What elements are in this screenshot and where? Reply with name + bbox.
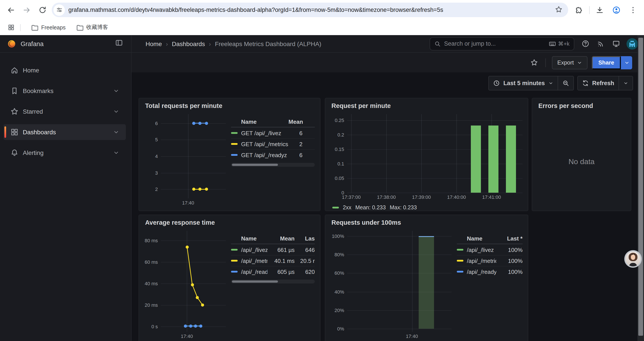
column-header[interactable]: Name (241, 119, 288, 125)
y-tick-label: 60% (334, 270, 344, 276)
monitor-icon[interactable] (611, 39, 621, 49)
column-header[interactable]: Mean (288, 119, 315, 125)
panel-title[interactable]: Average response time (139, 215, 320, 230)
series-color-pill (457, 271, 464, 272)
panel-title[interactable]: Requests under 100ms (325, 215, 528, 230)
sidebar-item-dashboards[interactable]: Dashboards (4, 124, 126, 140)
downloads-icon[interactable] (593, 3, 606, 17)
chart-plot (347, 114, 522, 193)
url-text[interactable]: grafana.mathmast.com/d/deytv4rwavabkb/fr… (68, 7, 552, 13)
table-row[interactable]: /api/_/livez100% (457, 244, 522, 255)
floating-assistant-avatar[interactable] (624, 250, 642, 268)
breadcrumb-item[interactable]: Home (146, 40, 162, 47)
data-point (200, 324, 202, 327)
table-row[interactable]: /api/_/metrics40.1 ms20.5 r (231, 255, 315, 266)
user-avatar[interactable] (626, 38, 638, 49)
bar (471, 125, 481, 193)
address-bar[interactable]: grafana.mathmast.com/d/deytv4rwavabkb/fr… (52, 3, 568, 17)
apps-icon (6, 128, 23, 136)
chart-legend[interactable]: 2xx Mean: 0.233 Max: 0.233 (329, 201, 522, 211)
page-scrollbar[interactable] (638, 35, 644, 341)
column-header[interactable]: Mean (268, 235, 294, 242)
table-row[interactable]: /api/_/metrics100% (457, 255, 522, 266)
profile-icon[interactable] (610, 3, 623, 17)
time-range-picker[interactable]: Last 5 minutes (489, 76, 558, 90)
table-horizontal-scrollbar[interactable] (231, 163, 315, 167)
refresh-interval-dropdown[interactable] (619, 76, 632, 90)
column-header[interactable]: Name (241, 235, 268, 242)
search-input[interactable]: Search or jump to... ⌘+k (430, 37, 574, 50)
x-tick-label: 17:40 (181, 333, 193, 339)
clock-icon (493, 80, 500, 87)
refresh-icon (582, 80, 588, 87)
sidebar-toggle-icon[interactable] (115, 39, 125, 49)
star-icon (6, 108, 23, 115)
chevron-down-icon (548, 81, 553, 86)
sidebar-item-alerting[interactable]: Alerting (4, 145, 126, 161)
export-button[interactable]: Export (552, 56, 588, 69)
favorite-star-icon[interactable] (529, 57, 540, 68)
breadcrumb-item[interactable]: Freeleaps Metrics Dashboard (ALPHA) (215, 40, 321, 47)
data-point (189, 324, 192, 327)
reload-icon[interactable] (36, 3, 49, 17)
folder-icon (31, 24, 38, 31)
apps-grid-icon[interactable] (6, 23, 16, 32)
time-controls: Last 5 minutes Refresh (488, 76, 633, 90)
column-header[interactable]: Name (467, 235, 496, 242)
data-point (201, 304, 204, 307)
panel-average-response-time[interactable]: Average response time 80 ms60 ms40 ms20 … (138, 215, 320, 341)
bookmark-item[interactable]: Freeleaps (27, 22, 70, 33)
extensions-icon[interactable] (572, 3, 586, 17)
legend-table: NameMeanLas/api/_/livez661 µs646/api/_/m… (231, 233, 315, 341)
help-icon[interactable] (580, 39, 590, 49)
screen: grafana.mathmast.com/d/deytv4rwavabkb/fr… (0, 0, 644, 341)
table-header-row: NameMeanLas (231, 233, 315, 244)
forward-icon[interactable] (20, 3, 33, 17)
bookmark-item[interactable]: 收藏博客 (72, 22, 112, 33)
table-row[interactable]: GET /api/_/readyz6 (231, 149, 315, 160)
panel-title[interactable]: Errors per second (532, 98, 631, 113)
y-axis-labels: 80 ms60 ms40 ms20 ms0 s (142, 231, 161, 332)
gridline (347, 236, 452, 236)
panel-request-per-minute[interactable]: Request per minute 0.250.20.150.10.050 1… (325, 98, 528, 211)
sidebar-item-starred[interactable]: Starred (4, 104, 126, 119)
menu-kebab-icon[interactable] (626, 3, 640, 17)
panel-title[interactable]: Total requests per minute (139, 98, 320, 113)
legend-color-pill (332, 207, 339, 208)
table-row[interactable]: GET /api/_/metrics2 (231, 138, 315, 149)
sidebar-item-bookmarks[interactable]: Bookmarks (4, 83, 126, 99)
chevron-down-icon[interactable] (111, 88, 122, 94)
y-tick-label: 60 ms (145, 259, 158, 265)
bar (488, 125, 498, 193)
breadcrumb-item[interactable]: Dashboards (172, 40, 205, 47)
back-icon[interactable] (4, 3, 18, 17)
panel-errors-per-second[interactable]: Errors per second No data (532, 98, 631, 211)
y-tick-label: 0.05 (335, 176, 344, 181)
panel-total-requests-per-minute[interactable]: Total requests per minute 65432 17:40 Na… (138, 98, 320, 211)
table-row[interactable]: /api/_/livez661 µs646 (231, 244, 315, 255)
bookmark-star-icon[interactable] (555, 6, 564, 14)
share-button[interactable]: Share (592, 56, 621, 69)
sidebar-item-home[interactable]: Home (4, 62, 126, 78)
line-chart: 65432 17:40 (142, 114, 226, 206)
chevron-down-icon[interactable] (111, 150, 122, 156)
grafana-logo-icon[interactable] (7, 39, 16, 48)
refresh-button[interactable]: Refresh (578, 76, 618, 90)
news-rss-icon[interactable] (596, 39, 606, 49)
grafana-header: Grafana Home›Dashboards›Freeleaps Metric… (0, 35, 644, 53)
column-header[interactable]: Last * (496, 235, 522, 242)
site-settings-icon[interactable] (54, 4, 65, 16)
chevron-down-icon[interactable] (111, 129, 122, 135)
zoom-out-button[interactable] (558, 76, 573, 90)
panel-requests-under-100ms[interactable]: Requests under 100ms 100%80%60%40%20%0% … (325, 215, 528, 341)
table-row[interactable]: GET /api/_/livez6 (231, 127, 315, 138)
column-header[interactable]: Las (294, 235, 315, 242)
panel-title[interactable]: Request per minute (325, 98, 528, 113)
table-horizontal-scrollbar[interactable] (231, 279, 315, 283)
scrollbar-thumb[interactable] (638, 38, 643, 336)
table-row[interactable]: /api/_/readyz605 µs620 (231, 266, 315, 277)
table-row[interactable]: /api/_/readyz100% (457, 266, 522, 277)
share-dropdown-chevron-icon[interactable] (621, 56, 632, 69)
x-tick-label: 17:40 (406, 333, 418, 339)
chevron-down-icon[interactable] (111, 108, 122, 115)
